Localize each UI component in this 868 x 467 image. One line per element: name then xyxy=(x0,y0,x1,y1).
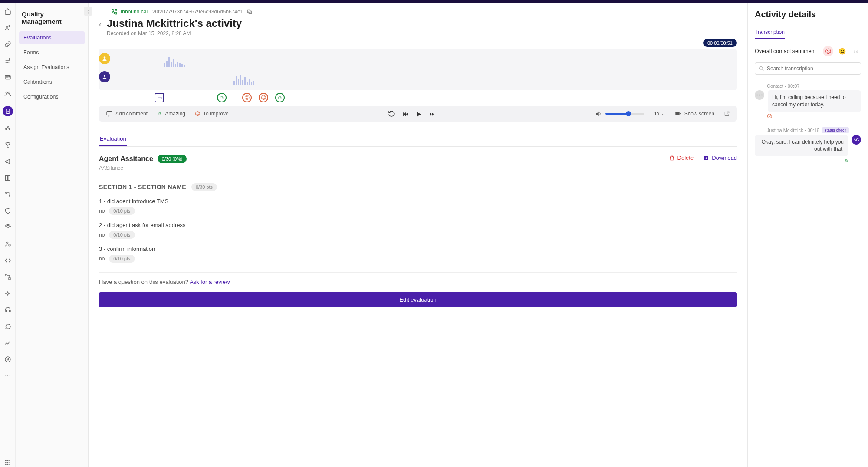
search-input[interactable] xyxy=(767,66,857,72)
timeline-markers: ▭ ☺ ☹ ☹ ☺ xyxy=(99,90,737,102)
message-bubble[interactable]: Okay, sure, I can definitely help you ou… xyxy=(755,135,848,157)
show-screen-button[interactable]: Show screen xyxy=(675,110,714,117)
svg-point-35 xyxy=(104,75,106,77)
broadcast-icon[interactable] xyxy=(3,223,12,232)
svg-point-27 xyxy=(7,462,8,464)
download-button[interactable]: Download xyxy=(703,155,737,161)
home-icon[interactable] xyxy=(3,7,12,16)
svg-point-30 xyxy=(7,464,8,465)
tab-transcription[interactable]: Transcription xyxy=(755,26,785,39)
skip-forward-icon[interactable]: ⏭ xyxy=(429,110,435,117)
compass-icon[interactable] xyxy=(3,355,12,364)
shield-icon[interactable] xyxy=(3,207,12,215)
sidebar-item-configurations[interactable]: Configurations xyxy=(19,90,85,103)
svg-rect-37 xyxy=(675,112,679,115)
audio-timeline[interactable] xyxy=(99,49,737,90)
users-icon[interactable] xyxy=(3,23,12,32)
flow-icon[interactable] xyxy=(3,190,12,199)
question-text: 3 - confirm information xyxy=(99,246,737,252)
tab-evaluation[interactable]: Evaluation xyxy=(99,132,127,146)
more-icon[interactable]: ⋯ xyxy=(3,372,12,380)
settings-sliders-icon[interactable] xyxy=(3,56,12,65)
sidebar-title: Quality Management xyxy=(19,8,85,31)
link-icon[interactable] xyxy=(3,40,12,49)
volume-control[interactable] xyxy=(595,110,644,117)
svg-rect-4 xyxy=(5,75,10,79)
question-points-badge: 0/10 pts xyxy=(109,207,135,215)
svg-rect-36 xyxy=(107,112,112,115)
sentiment-negative-icon[interactable]: ☹ xyxy=(823,46,833,56)
add-comment-label: Add comment xyxy=(115,111,148,117)
sidebar-item-assign-evaluations[interactable]: Assign Evaluations xyxy=(19,61,85,74)
volume-slider[interactable] xyxy=(605,113,644,115)
playhead[interactable] xyxy=(603,49,603,90)
page-title: Justina Mckittrick's activity xyxy=(107,17,242,30)
agent-track-avatar xyxy=(99,71,110,82)
code-icon[interactable] xyxy=(3,256,12,265)
ask-for-review-link[interactable]: Ask for a review xyxy=(190,279,230,285)
popout-icon[interactable] xyxy=(724,111,730,117)
message-meta: Contact • 00:07 xyxy=(755,83,861,89)
replay-icon[interactable] xyxy=(388,110,395,117)
collapse-sidebar-button[interactable]: ⟨ xyxy=(84,7,92,16)
playback-time-badge: 00:00/00:51 xyxy=(703,39,737,47)
player-bar: Add comment ☺ Amazing ☹ To improve ⏮ ▶ ⏭ xyxy=(99,106,737,122)
question-item: 2 - did agent ask for email address no 0… xyxy=(99,222,737,239)
svg-point-24 xyxy=(7,460,8,461)
contact-card-icon[interactable] xyxy=(3,73,12,82)
message-bubble[interactable]: Hi, I'm calling because I need to cancel… xyxy=(768,90,861,112)
chat-icon[interactable] xyxy=(3,322,12,331)
negative-sentiment-marker-icon[interactable]: ☹ xyxy=(259,93,268,102)
edit-evaluation-button[interactable]: Edit evaluation xyxy=(99,292,737,307)
frown-icon: ☹ xyxy=(195,111,201,117)
back-button[interactable]: ‹ xyxy=(99,17,102,29)
svg-point-25 xyxy=(9,460,10,461)
analytics-icon[interactable] xyxy=(3,339,12,347)
question-text: 1 - did agent introduce TMS xyxy=(99,198,737,204)
gear-user-icon[interactable] xyxy=(3,240,12,248)
copy-icon[interactable] xyxy=(247,9,253,15)
playback-speed-selector[interactable]: 1x ⌄ xyxy=(654,111,665,117)
sidebar-item-evaluations[interactable]: Evaluations xyxy=(19,31,85,44)
trophy-icon[interactable] xyxy=(3,141,12,149)
svg-point-31 xyxy=(9,464,10,465)
play-icon[interactable]: ▶ xyxy=(417,110,421,117)
svg-point-3 xyxy=(8,62,9,63)
download-label: Download xyxy=(712,155,737,161)
group-icon[interactable] xyxy=(3,124,12,133)
sidebar-item-forms[interactable]: Forms xyxy=(19,46,85,59)
call-id: 20f2077973b743679e6c93d6d5b674e1 xyxy=(152,9,243,15)
svg-point-9 xyxy=(7,126,8,128)
search-transcription[interactable] xyxy=(755,62,861,75)
message-sentiment-icon: ☺ xyxy=(755,158,861,164)
megaphone-icon[interactable] xyxy=(3,157,12,166)
positive-sentiment-marker-icon[interactable]: ☺ xyxy=(217,93,227,102)
add-comment-button[interactable]: Add comment xyxy=(106,110,148,117)
call-type: Inbound call xyxy=(121,9,149,15)
amazing-button[interactable]: ☺ Amazing xyxy=(157,111,185,117)
negative-sentiment-marker-icon[interactable]: ☹ xyxy=(242,93,252,102)
book-icon[interactable] xyxy=(3,174,12,182)
speed-value: 1x xyxy=(654,111,660,117)
integrations-icon[interactable] xyxy=(3,289,12,298)
clipboard-check-icon[interactable] xyxy=(3,106,13,116)
workflow-icon[interactable] xyxy=(3,273,12,281)
note-marker-icon[interactable]: ▭ xyxy=(155,93,164,102)
headset-icon[interactable] xyxy=(3,306,12,314)
evaluation-score-badge: 0/30 (0%) xyxy=(158,155,187,163)
delete-button[interactable]: Delete xyxy=(669,155,694,161)
to-improve-button[interactable]: ☹ To improve xyxy=(195,111,229,117)
team-icon[interactable] xyxy=(3,89,12,98)
phone-incoming-icon xyxy=(111,9,117,15)
skip-back-icon[interactable]: ⏮ xyxy=(403,110,409,117)
main-content: Inbound call 20f2077973b743679e6c93d6d5b… xyxy=(89,3,747,467)
video-icon xyxy=(675,110,682,117)
positive-sentiment-marker-icon[interactable]: ☺ xyxy=(275,93,285,102)
sentiment-neutral-icon[interactable]: 😐 xyxy=(837,46,847,56)
sidebar-item-calibrations[interactable]: Calibrations xyxy=(19,76,85,89)
sentiment-positive-icon[interactable]: ☺ xyxy=(851,46,861,56)
apps-icon[interactable] xyxy=(3,458,12,467)
question-answer: no xyxy=(99,208,105,214)
contact-track-avatar xyxy=(99,53,110,64)
trash-icon xyxy=(669,155,675,161)
